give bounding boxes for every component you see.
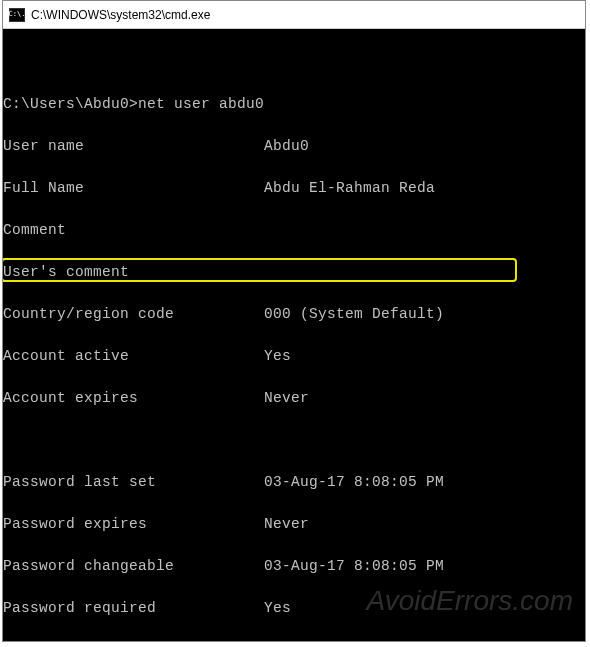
field-label: Country/region code [3, 306, 264, 322]
cmd-icon-text: C:\. [9, 11, 26, 18]
field-value: 03-Aug-17 8:08:05 PM [264, 474, 444, 490]
field-value: Yes [264, 600, 291, 616]
field-value: 000 (System Default) [264, 306, 444, 322]
field-value: Abdu El-Rahman Reda [264, 180, 435, 196]
field-label: User's comment [3, 264, 129, 280]
cmd-icon: C:\. [9, 8, 25, 22]
field-value: Yes [264, 348, 291, 364]
field-label: Password required [3, 600, 264, 616]
terminal-output[interactable]: C:\Users\Abdu0>net user abdu0 User name … [3, 29, 585, 641]
field-label: Comment [3, 222, 66, 238]
field-value: 03-Aug-17 8:08:05 PM [264, 558, 444, 574]
cmd-window: C:\. C:\WINDOWS\system32\cmd.exe C:\User… [2, 0, 586, 642]
field-value: Never [264, 516, 309, 532]
prompt: C:\Users\Abdu0> [3, 96, 138, 112]
field-label: Full Name [3, 180, 264, 196]
field-label: User name [3, 138, 264, 154]
field-label: Account expires [3, 390, 264, 406]
field-value: Abdu0 [264, 138, 309, 154]
field-label: Account active [3, 348, 264, 364]
field-label: Password last set [3, 474, 264, 490]
titlebar[interactable]: C:\. C:\WINDOWS\system32\cmd.exe [3, 1, 585, 29]
command-text: net user abdu0 [138, 96, 264, 112]
field-label: Password expires [3, 516, 264, 532]
window-title: C:\WINDOWS\system32\cmd.exe [31, 8, 210, 22]
field-label: Password changeable [3, 558, 264, 574]
field-value: Never [264, 390, 309, 406]
